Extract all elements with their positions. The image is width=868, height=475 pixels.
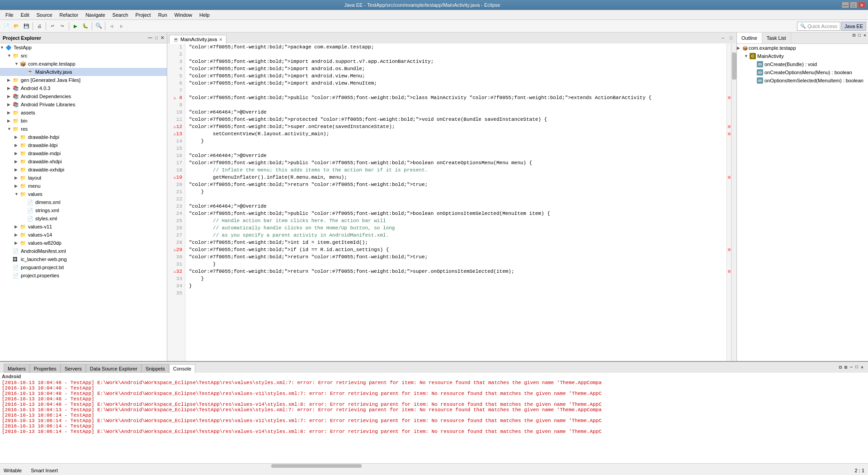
tree-toggle[interactable]: ▶: [14, 224, 20, 229]
tree-item-values-v14[interactable]: ▶ 📁 values-v14: [0, 231, 167, 239]
tree-toggle[interactable]: ▼: [7, 127, 13, 131]
line-number[interactable]: 7: [167, 87, 185, 94]
outline-toggle[interactable]: ▼: [744, 54, 750, 58]
code-area[interactable]: "color:#7f0055;font-weight:bold;">packag…: [185, 43, 726, 361]
tree-toggle[interactable]: ▶: [7, 102, 13, 107]
open-button[interactable]: 📂: [12, 22, 21, 31]
tree-toggle[interactable]: ▶: [14, 167, 20, 172]
line-number[interactable]: 24: [167, 210, 185, 217]
undo-button[interactable]: ↩: [48, 22, 57, 31]
save-button[interactable]: 💾: [22, 22, 31, 31]
tree-item-menu[interactable]: ▶ 📁 menu: [0, 182, 167, 190]
tree-toggle[interactable]: ▶: [7, 86, 13, 90]
editor-scrollbar[interactable]: [731, 43, 736, 361]
tree-toggle[interactable]: ▼: [7, 53, 13, 58]
line-number[interactable]: 4: [167, 65, 185, 72]
line-number[interactable]: ⚠12: [167, 123, 185, 130]
tree-item-android-deps[interactable]: ▶ 📚 Android Dependencies: [0, 92, 167, 100]
code-line[interactable]: }: [185, 138, 726, 145]
tree-toggle[interactable]: ▶: [14, 184, 20, 188]
code-line[interactable]: "color:#7f0055;font-weight:bold;">import…: [185, 80, 726, 87]
tree-toggle[interactable]: ▶: [14, 143, 20, 147]
line-number[interactable]: 35: [167, 290, 185, 297]
menu-search[interactable]: Search: [109, 11, 132, 19]
scrollbar-thumb[interactable]: [732, 52, 736, 80]
snippets-tab[interactable]: Snippets: [142, 364, 169, 373]
code-line[interactable]: "color:#7f0055;font-weight:bold;">import…: [185, 65, 726, 72]
tree-toggle[interactable]: ▶: [14, 233, 20, 237]
line-number[interactable]: 31: [167, 261, 185, 268]
line-number[interactable]: 27: [167, 232, 185, 239]
line-number[interactable]: 28: [167, 239, 185, 246]
menu-refactor[interactable]: Refactor: [56, 11, 82, 19]
line-number[interactable]: 20: [167, 181, 185, 188]
tree-item-android403[interactable]: ▶ 📚 Android 4.0.3: [0, 84, 167, 92]
line-number[interactable]: 3: [167, 58, 185, 65]
tree-item-drawable-xxhdpi[interactable]: ▶ 📁 drawable-xxhdpi: [0, 166, 167, 174]
tree-item-strings[interactable]: 📄 strings.xml: [0, 206, 167, 214]
tree-item-values-v11[interactable]: ▶ 📁 values-v11: [0, 223, 167, 231]
code-line[interactable]: [185, 290, 726, 297]
tree-toggle[interactable]: ▶: [7, 94, 13, 99]
tree-item-layout[interactable]: ▶ 📁 layout: [0, 174, 167, 182]
menu-file[interactable]: File: [2, 11, 17, 19]
tree-item-projectprops[interactable]: 📄 project.properties: [0, 271, 167, 280]
next-button[interactable]: ▷: [117, 22, 126, 31]
scrollbar-thumb-h[interactable]: [271, 464, 362, 468]
line-number[interactable]: 26: [167, 224, 185, 232]
code-line[interactable]: "color:#7f0055;font-weight:bold;">return…: [185, 181, 726, 188]
debug-button[interactable]: 🐛: [81, 22, 90, 31]
line-number[interactable]: 18: [167, 166, 185, 174]
tree-toggle[interactable]: ▶: [7, 110, 13, 115]
line-number[interactable]: 30: [167, 253, 185, 261]
line-number[interactable]: 10: [167, 109, 185, 116]
code-line[interactable]: // automatically handle clicks on the Ho…: [185, 224, 726, 232]
code-line[interactable]: [185, 195, 726, 203]
search-button[interactable]: 🔍: [94, 22, 103, 31]
line-number[interactable]: ⚠8: [167, 94, 185, 101]
tree-item-proguard[interactable]: 📄 proguard-project.txt: [0, 263, 167, 271]
task-list-tab[interactable]: Task List: [762, 33, 791, 43]
tree-item-android-private[interactable]: ▶ 📚 Android Private Libraries: [0, 100, 167, 109]
tree-toggle[interactable]: ▶: [7, 119, 13, 123]
run-button[interactable]: ▶: [71, 22, 80, 31]
tree-item-res[interactable]: ▼ 📁 res: [0, 125, 167, 133]
code-line[interactable]: "color:#646464;">@Override: [185, 109, 726, 116]
tree-item-drawable-hdpi[interactable]: ▶ 📁 drawable-hdpi: [0, 133, 167, 141]
redo-button[interactable]: ↪: [58, 22, 67, 31]
tree-toggle[interactable]: ▼: [0, 45, 5, 50]
console-clear-button[interactable]: ⊟: [838, 364, 843, 371]
line-number[interactable]: 16: [167, 152, 185, 159]
code-line[interactable]: "color:#7f0055;font-weight:bold;">public…: [185, 159, 726, 166]
line-number[interactable]: 14: [167, 138, 185, 145]
code-line[interactable]: "color:#7f0055;font-weight:bold;">int id…: [185, 239, 726, 246]
tree-item-package[interactable]: ▼ 📦 com.example.testapp: [0, 60, 167, 68]
code-line[interactable]: // as you specify a parent activity in A…: [185, 232, 726, 239]
tree-item-values-w820dp[interactable]: ▶ 📁 values-w820dp: [0, 239, 167, 247]
code-line[interactable]: getMenuInflater().inflate(R.menu.main, m…: [185, 174, 726, 181]
editor-tab-mainactivity[interactable]: ☕ MainActivity.java ✕: [169, 35, 226, 44]
outline-toggle[interactable]: ▶: [737, 46, 742, 50]
panel-maximize-icon[interactable]: □: [155, 35, 158, 40]
code-line[interactable]: [185, 101, 726, 109]
quick-access-label[interactable]: Quick Access: [807, 24, 837, 29]
code-line[interactable]: "color:#7f0055;font-weight:bold;">return…: [185, 268, 726, 275]
line-number[interactable]: 9: [167, 101, 185, 109]
menu-edit[interactable]: Edit: [17, 11, 33, 19]
menu-navigate[interactable]: Navigate: [82, 11, 108, 19]
tree-toggle[interactable]: ▶: [14, 151, 20, 156]
tree-item-testapp[interactable]: ▼ 🔷 TestApp: [0, 43, 167, 52]
line-number[interactable]: ⚠29: [167, 246, 185, 253]
code-line[interactable]: "color:#7f0055;font-weight:bold;">import…: [185, 72, 726, 80]
menu-source[interactable]: Source: [33, 11, 56, 19]
tree-item-gen[interactable]: ▶ 📁 gen [Generated Java Files]: [0, 76, 167, 84]
code-line[interactable]: }: [185, 261, 726, 268]
line-number[interactable]: 1: [167, 43, 185, 51]
line-number[interactable]: 6: [167, 80, 185, 87]
tree-toggle[interactable]: ▶: [14, 176, 20, 180]
tree-item-styles[interactable]: 📄 styles.xml: [0, 214, 167, 223]
outline-item-onoptionsitemselected[interactable]: m onOptionsItemSelected(MenuItem) : bool…: [737, 76, 868, 85]
servers-tab[interactable]: Servers: [61, 364, 86, 373]
tree-item-androidmanifest[interactable]: 📄 AndroidManifest.xml: [0, 247, 167, 255]
tree-toggle[interactable]: ▼: [14, 62, 20, 66]
